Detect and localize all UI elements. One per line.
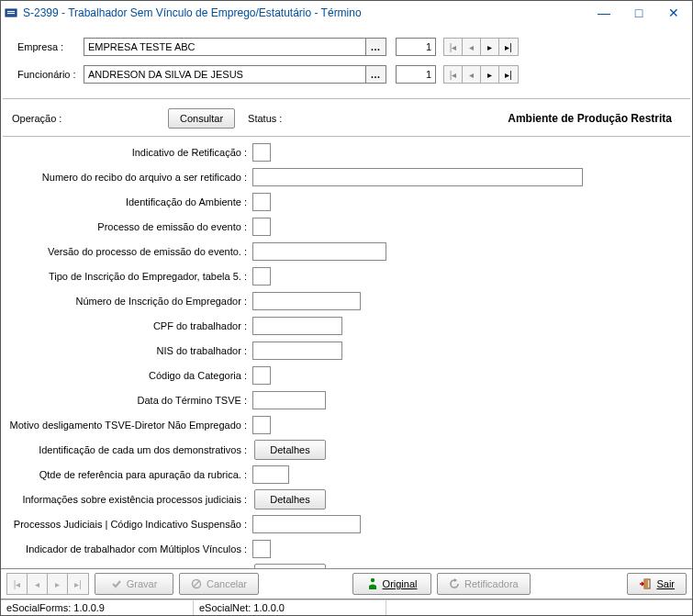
ver-proc-input[interactable] [252, 242, 386, 261]
data-term-input[interactable] [252, 391, 326, 409]
ellipsis-icon[interactable]: … [365, 39, 386, 55]
form-area: Indicativo de Retificação : Numero do re… [1, 137, 692, 568]
retificadora-label: Retificadora [464, 578, 519, 589]
sair-button[interactable]: Sair [627, 573, 687, 595]
original-button[interactable]: Original [352, 573, 431, 595]
field-label: Identificação do Ambiente : [8, 196, 252, 207]
empresa-number[interactable]: 1 [396, 38, 436, 56]
funcionario-row: Funcionário : … 1 |◂ ◂ ▸ ▸| [10, 65, 683, 84]
status-forms: eSocialForms: 1.0.0.9 [1, 600, 194, 615]
nav-next-icon[interactable]: ▸ [481, 66, 499, 83]
cancelar-label: Cancelar [207, 578, 247, 589]
footer-toolbar: |◂ ◂ ▸ ▸| Gravar Cancelar Original Retif… [1, 568, 692, 599]
funcionario-combo[interactable]: … [84, 65, 386, 84]
nav-first-icon[interactable]: |◂ [444, 39, 463, 55]
status-label: Status : [248, 113, 282, 124]
retificadora-button[interactable]: Retificadora [437, 573, 531, 595]
empresa-label: Empresa : [10, 41, 84, 52]
field-label: NIS do trabalhador : [8, 345, 252, 356]
empresa-input[interactable] [84, 39, 365, 55]
svg-point-5 [370, 578, 374, 582]
svg-rect-1 [7, 11, 15, 12]
id-ambiente-input[interactable] [252, 193, 271, 211]
operation-row: Operação : Consultar Status : Ambiente d… [1, 99, 692, 136]
ind-mult-input[interactable] [252, 540, 271, 558]
statusbar: eSocialForms: 1.0.0.9 eSocialNet: 1.0.0.… [1, 599, 692, 615]
gravar-label: Gravar [127, 578, 158, 589]
original-label: Original [383, 578, 418, 589]
operation-label: Operação : [12, 113, 168, 124]
titlebar: S-2399 - Trabalhador Sem Vínculo de Empr… [1, 1, 692, 25]
field-label: Data do Término TSVE : [8, 395, 252, 406]
selector-panel: Empresa : … 1 |◂ ◂ ▸ ▸| Funcionário : … … [1, 25, 692, 98]
field-label: Motivo desligamento TSVE-Diretor Não Emp… [8, 420, 252, 431]
field-label: Qtde de referência para apuração da rubr… [8, 469, 252, 480]
minimize-button[interactable]: ― [595, 4, 613, 22]
cancelar-button[interactable]: Cancelar [179, 573, 259, 595]
field-label: Informações sobre existência processos j… [8, 494, 252, 505]
svg-rect-7 [644, 579, 648, 588]
empresa-combo[interactable]: … [84, 38, 386, 56]
nav-first-icon[interactable]: |◂ [7, 574, 28, 594]
detalhes-button[interactable]: Detalhes [254, 440, 326, 460]
detalhes-label: Detalhes [270, 444, 309, 455]
detalhes-button[interactable]: Detalhes [254, 564, 326, 568]
field-label: Numero do recibo do arquivo a ser retifi… [8, 172, 252, 183]
app-icon [5, 6, 17, 19]
funcionario-nav: |◂ ◂ ▸ ▸| [443, 65, 519, 84]
maximize-button[interactable]: □ [630, 4, 648, 22]
consultar-label: Consultar [180, 113, 223, 124]
field-label: Número de Inscrição do Empregador : [8, 296, 252, 307]
empresa-nav: |◂ ◂ ▸ ▸| [443, 38, 519, 56]
ellipsis-icon[interactable]: … [365, 66, 386, 83]
nav-first-icon[interactable]: |◂ [444, 66, 463, 83]
svg-line-4 [194, 581, 199, 587]
field-label: Processos Judiciais | Código Indicativo … [8, 519, 252, 530]
sair-label: Sair [656, 578, 675, 589]
empresa-row: Empresa : … 1 |◂ ◂ ▸ ▸| [10, 38, 683, 56]
door-icon [639, 578, 652, 589]
consultar-button[interactable]: Consultar [168, 108, 235, 129]
person-icon [367, 577, 378, 590]
nav-prev-icon[interactable]: ◂ [463, 39, 481, 55]
close-button[interactable]: ✕ [665, 4, 683, 22]
cod-categ-input[interactable] [252, 366, 271, 385]
field-label: Tipo de Inscrição do Empregador, tabela … [8, 271, 252, 282]
proc-jud-input[interactable] [252, 515, 361, 533]
window-title: S-2399 - Trabalhador Sem Vínculo de Empr… [23, 6, 595, 19]
nav-next-icon[interactable]: ▸ [48, 574, 68, 594]
detalhes-label: Detalhes [270, 494, 309, 505]
field-label: Indicador de trabalhador com Múltiplos V… [8, 543, 252, 554]
proc-emissao-input[interactable] [252, 218, 271, 236]
svg-rect-2 [7, 13, 15, 14]
nav-last-icon[interactable]: ▸| [499, 66, 518, 83]
field-label: Identificação de cada um dos demonstrati… [8, 444, 252, 455]
nav-last-icon[interactable]: ▸| [68, 574, 88, 594]
environment-text: Ambiente de Produção Restrita [508, 112, 681, 125]
nav-prev-icon[interactable]: ◂ [463, 66, 481, 83]
nav-next-icon[interactable]: ▸ [481, 39, 499, 55]
check-icon [111, 578, 122, 589]
qtde-ref-input[interactable] [252, 465, 289, 484]
num-recibo-input[interactable] [252, 168, 583, 186]
nis-input[interactable] [252, 342, 342, 360]
main-window: S-2399 - Trabalhador Sem Vínculo de Empr… [0, 0, 693, 616]
num-inscr-input[interactable] [252, 292, 361, 310]
nav-last-icon[interactable]: ▸| [499, 39, 518, 55]
field-label: Indicativo de Retificação : [8, 147, 252, 158]
field-label: Processo de emissão do evento : [8, 221, 252, 232]
motivo-input[interactable] [252, 416, 271, 434]
nav-prev-icon[interactable]: ◂ [28, 574, 48, 594]
tipo-inscr-input[interactable] [252, 267, 271, 286]
cancel-icon [191, 578, 202, 589]
status-net: eSocialNet: 1.0.0.0 [194, 600, 386, 615]
funcionario-number[interactable]: 1 [396, 65, 436, 84]
funcionario-input[interactable] [84, 66, 365, 83]
field-label: CPF do trabalhador : [8, 320, 252, 331]
record-nav: |◂ ◂ ▸ ▸| [6, 573, 89, 595]
gravar-button[interactable]: Gravar [95, 573, 173, 595]
detalhes-button[interactable]: Detalhes [254, 489, 326, 510]
ind-retif-input[interactable] [252, 143, 271, 162]
refresh-icon [449, 578, 460, 589]
cpf-input[interactable] [252, 317, 342, 335]
